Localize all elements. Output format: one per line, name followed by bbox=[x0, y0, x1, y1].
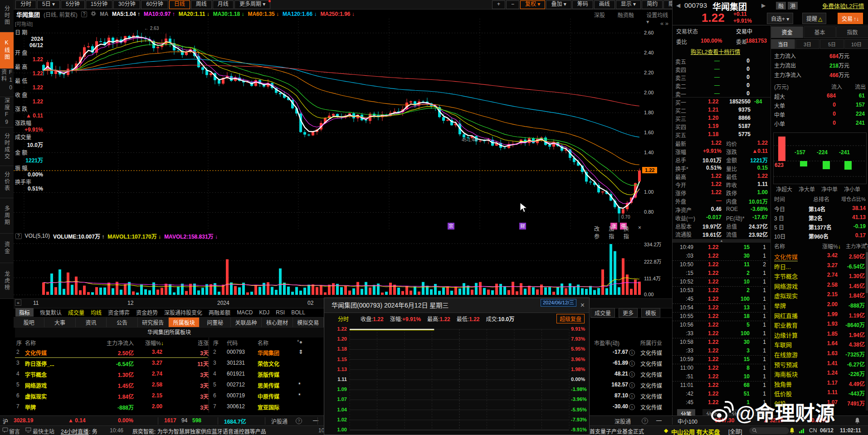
day-tab-当日[interactable]: 当日 bbox=[771, 39, 795, 49]
bell-icon[interactable] bbox=[854, 417, 860, 425]
content-tab-模拟交易[interactable]: 模拟交易 bbox=[293, 318, 324, 327]
ind-tab-两融差额[interactable]: 两融差额 bbox=[209, 308, 230, 316]
content-tab-核心题材[interactable]: 核心题材 bbox=[262, 318, 293, 327]
sidebar-tab-K线图[interactable]: K线图 bbox=[0, 32, 14, 69]
period-周线[interactable]: 周线 bbox=[191, 0, 212, 9]
scroll-up-icon[interactable]: ▲ bbox=[864, 241, 868, 246]
period-60分钟[interactable]: 60分钟 bbox=[141, 0, 168, 9]
rp-sector-name[interactable]: 在线旅游 bbox=[774, 350, 798, 359]
rp-sector-name[interactable]: 边缘计算 bbox=[774, 331, 798, 339]
axis-back-button[interactable]: « bbox=[15, 299, 21, 306]
sidebar-tab-深度F9[interactable]: 深度F9 bbox=[0, 97, 14, 127]
ind-tab-MACD[interactable]: MACD bbox=[237, 309, 253, 316]
ind-tab-均线[interactable]: 均线 bbox=[91, 308, 102, 316]
sidebar-tab-分时图[interactable]: 分时图 bbox=[0, 0, 14, 32]
sort-down-icon[interactable]: ↓ bbox=[161, 340, 164, 347]
rp-sector-name[interactable]: 低价股 bbox=[774, 389, 792, 398]
ind-tab-深股通持股变化[interactable]: 深股通持股变化 bbox=[164, 308, 202, 316]
period-5分钟[interactable]: 5分钟 bbox=[61, 0, 85, 9]
rp-sector-name[interactable]: 举牌 bbox=[774, 301, 786, 310]
sidebar-tab-龙虎榜[interactable]: 龙虎榜 bbox=[0, 263, 14, 299]
l2-buy-link[interactable]: 购买L2查看十档行情 bbox=[691, 48, 740, 55]
tool-+[interactable]: + bbox=[492, 0, 505, 9]
popup-intraday-chart[interactable]: 1.221.201.181.151.131.111.091.071.041.02… bbox=[324, 324, 589, 435]
day-tab-3日[interactable]: 3日 bbox=[795, 39, 819, 49]
button-自选+ ▾[interactable]: 自选+ ▾ bbox=[767, 13, 793, 24]
sidebar-tab-F10资料[interactable]: F10资料 bbox=[0, 69, 14, 98]
content-tab-问董秘[interactable]: 问董秘 bbox=[200, 318, 230, 327]
tool-画线[interactable]: 画线 bbox=[594, 0, 615, 9]
host-icon[interactable] bbox=[25, 427, 31, 434]
ind-right-模板[interactable]: 模板 bbox=[641, 308, 660, 318]
content-tab-所属板块[interactable]: 所属板块 bbox=[169, 318, 200, 327]
tool-显示[interactable]: 显示 ▾ bbox=[616, 0, 641, 9]
intraday-popup[interactable]: 华闻集团(000793) 2024年6月12日 星期三 × 分时收盘:1.22涨… bbox=[324, 298, 590, 435]
rp-sector-name[interactable]: 文化传媒 bbox=[774, 252, 798, 261]
period-日线[interactable]: 日线 bbox=[169, 0, 190, 9]
rp-sector-name[interactable]: 网红直播 bbox=[774, 311, 798, 320]
period-分时[interactable]: 分时 bbox=[15, 0, 36, 9]
day-tab-5日[interactable]: 5日 bbox=[820, 39, 844, 49]
rp-sector-name[interactable]: 独角兽 bbox=[774, 380, 792, 388]
tool-叠加[interactable]: 叠加 ▾ bbox=[546, 0, 571, 9]
fund-tab-基本[interactable]: 基本 bbox=[804, 26, 836, 38]
period-更多周期[interactable]: 更多周期 ▾ bbox=[234, 0, 270, 9]
kline-chart[interactable]: ← 2.630.7045-1.44宗财涨停 bbox=[14, 19, 641, 230]
button-交易[interactable]: 交易↑↓ bbox=[838, 13, 863, 24]
rp-sector-name[interactable]: 海南板块 bbox=[774, 370, 798, 378]
ind-tab-KDJ[interactable]: KDJ bbox=[259, 309, 269, 316]
rp-sector-name[interactable]: 职业教育 bbox=[774, 321, 798, 329]
tool-筹码[interactable]: 筹码 bbox=[572, 0, 593, 9]
content-tab-大事[interactable]: 大事 bbox=[44, 318, 75, 327]
rp-sector-name[interactable]: 网络游戏 bbox=[774, 282, 798, 290]
rp-sector-name[interactable]: 预亏预减 bbox=[774, 360, 798, 369]
tool-复权[interactable]: 复权 ▾ bbox=[520, 0, 545, 9]
help-icon[interactable]: ? bbox=[15, 233, 22, 239]
period-15分钟[interactable]: 15分钟 bbox=[86, 0, 112, 9]
content-tab-股吧[interactable]: 股吧 bbox=[14, 318, 44, 327]
ind-tab-RSI[interactable]: RSI bbox=[276, 309, 285, 316]
content-tab-资讯[interactable]: 资讯 bbox=[76, 318, 107, 327]
prev-stock-arrow[interactable]: ◀ bbox=[676, 2, 680, 9]
chart-nav-arrows[interactable]: « » bbox=[660, 20, 668, 27]
ind-tab-资金趋势[interactable]: 资金趋势 bbox=[136, 308, 158, 316]
fund-tab-资金[interactable]: 资金 bbox=[771, 26, 803, 38]
sidebar-tab-分价表[interactable]: 分价表 bbox=[0, 166, 14, 198]
ind-right-成交量[interactable]: 成交量 bbox=[590, 308, 615, 318]
content-tab-公告[interactable]: 公告 bbox=[107, 318, 137, 327]
fund-tab-指数[interactable]: 指数 bbox=[836, 26, 868, 38]
content-tab-研究报告[interactable]: 研究报告 bbox=[138, 318, 169, 327]
collapse-bar[interactable]: ▲ bbox=[673, 239, 770, 243]
period-5日[interactable]: 5日 ▾ bbox=[37, 0, 60, 9]
volume-chart[interactable] bbox=[14, 241, 641, 296]
host-label[interactable]: 最快主站 bbox=[33, 427, 54, 435]
rp-sector-name[interactable]: 虚拟现实 bbox=[774, 291, 798, 300]
sidebar-tab-资金[interactable]: 资金 bbox=[0, 234, 14, 263]
live-label[interactable]: 24小时直播 bbox=[61, 427, 88, 435]
next-stock-arrow[interactable]: ▶ bbox=[761, 2, 766, 9]
tool-−[interactable]: − bbox=[506, 0, 519, 9]
search-box[interactable] bbox=[749, 427, 789, 434]
rp-sector-name[interactable]: 昨日... bbox=[774, 262, 791, 271]
ind-tab-成交量[interactable]: 成交量 bbox=[68, 308, 84, 316]
ind-right-更多[interactable]: 更多 bbox=[619, 308, 638, 318]
message-icon[interactable] bbox=[2, 427, 8, 434]
sidebar-tab-多周期[interactable]: 多周期 bbox=[0, 198, 14, 234]
rp-sector-name[interactable]: 字节概念 bbox=[774, 272, 798, 280]
all-button[interactable]: [全部] bbox=[728, 427, 742, 435]
close-icon[interactable]: × bbox=[580, 298, 585, 313]
period-月线[interactable]: 月线 bbox=[213, 0, 234, 9]
scrollbar-thumb[interactable] bbox=[866, 252, 868, 293]
message-label[interactable]: 留言 bbox=[9, 427, 20, 435]
popup-tab-fenshi[interactable]: 分时 bbox=[338, 315, 349, 323]
l2-trial-link[interactable]: 免费体验L2行情 bbox=[822, 1, 864, 10]
ohlc-info-panel[interactable]: [可拖动]日 期202406/12开 盘1.22最 高1.22最 低1.22收 … bbox=[15, 20, 43, 192]
ind-tab-BOLL[interactable]: BOLL bbox=[291, 309, 305, 316]
ind-tab-恢复默认[interactable]: 恢复默认 bbox=[40, 308, 62, 316]
super-replay-button[interactable]: 超级复盘 bbox=[556, 314, 585, 323]
gear-icon[interactable] bbox=[91, 11, 96, 17]
tool-简约[interactable]: 简约 bbox=[642, 0, 663, 9]
tab-indicator[interactable]: 指标 bbox=[15, 308, 34, 317]
day-tab-10日[interactable]: 10日 bbox=[844, 39, 868, 49]
rp-sector-name[interactable]: 车联网 bbox=[774, 340, 792, 349]
